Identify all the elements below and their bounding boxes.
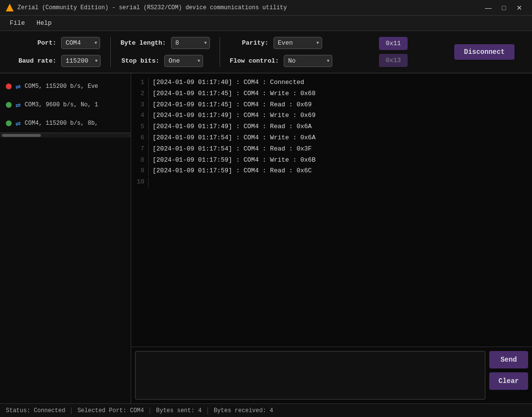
main-content: ⇌ COM5, 115200 b/s, Eve ⇌ COM3, 9600 b/s…: [0, 73, 532, 403]
flow-control-select[interactable]: No XON/XOFF RTS/CTS: [284, 55, 332, 67]
baud-select[interactable]: 115200 9600 19200 38400 57600: [61, 55, 101, 67]
line-number: 10: [135, 177, 149, 187]
device-icon-3: ⇌: [16, 118, 21, 129]
log-line: 10: [131, 177, 532, 188]
parity-section: Parity: Even None Odd Flow control: No X…: [220, 37, 524, 67]
device-label-1: COM5, 115200 b/s, Eve: [25, 83, 98, 90]
log-line: 5[2024-01-09 01:17:49] : COM4 : Read : 0…: [131, 121, 532, 133]
line-number: 6: [135, 133, 149, 143]
app-icon: [6, 4, 14, 12]
flow-control-label: Flow control:: [230, 57, 279, 65]
line-number: 4: [135, 111, 149, 121]
selected-port: Selected Port: COM4: [71, 407, 150, 414]
byte-length-row: Byte length: 8 5 6 7: [120, 37, 210, 49]
line-number: 3: [135, 100, 149, 110]
byte-section: Byte length: 8 5 6 7 Stop bits: One Two: [111, 37, 220, 67]
device-label-3: COM4, 115200 b/s, 8b,: [25, 120, 98, 127]
baud-label: Baud rate:: [17, 57, 56, 65]
close-button[interactable]: ✕: [513, 2, 526, 13]
sidebar: ⇌ COM5, 115200 b/s, Eve ⇌ COM3, 9600 b/s…: [0, 73, 131, 403]
line-number: 5: [135, 122, 149, 132]
line-number: 2: [135, 89, 149, 99]
status-bar: Status: Connected Selected Port: COM4 By…: [0, 403, 532, 417]
config-panel: Port: COM4 COM1 COM2 COM3 COM5 Baud rate…: [0, 31, 532, 73]
clear-button[interactable]: Clear: [489, 372, 528, 390]
stop-bits-select-wrapper[interactable]: One Two: [164, 55, 203, 67]
input-area: Send Clear: [131, 347, 532, 403]
menu-file[interactable]: File: [4, 17, 31, 29]
byte-length-select-wrapper[interactable]: 8 5 6 7: [171, 37, 210, 49]
minimize-button[interactable]: —: [481, 2, 495, 13]
log-line: 8[2024-01-09 01:17:59] : COM4 : Write : …: [131, 155, 532, 166]
send-input[interactable]: [135, 351, 485, 400]
port-select[interactable]: COM4 COM1 COM2 COM3 COM5: [61, 37, 100, 49]
stop-bits-row: Stop bits: One Two: [120, 55, 210, 67]
window-title: Zerial (Community Edition) - serial (RS2…: [17, 4, 287, 11]
line-number: 1: [135, 78, 149, 88]
hex2-button[interactable]: 0x13: [379, 54, 408, 67]
send-button[interactable]: Send: [489, 351, 528, 368]
device-item-1[interactable]: ⇌ COM5, 115200 b/s, Eve: [0, 77, 131, 96]
log-line: 3[2024-01-09 01:17:45] : COM4 : Read : 0…: [131, 100, 532, 111]
maximize-button[interactable]: □: [497, 2, 511, 13]
window-controls: — □ ✕: [481, 2, 526, 13]
parity-select-wrapper[interactable]: Even None Odd: [274, 37, 322, 49]
line-text: [2024-01-09 01:17:54] : COM4 : Write : 0…: [153, 133, 315, 143]
device-icon-1: ⇌: [16, 81, 21, 92]
baud-row: Baud rate: 115200 9600 19200 38400 57600: [17, 55, 101, 67]
stop-bits-label: Stop bits:: [120, 57, 159, 65]
sidebar-scrollbar[interactable]: [0, 133, 131, 137]
bytes-received: Bytes received: 4: [208, 407, 279, 414]
line-number: 7: [135, 144, 149, 154]
log-line: 2[2024-01-09 01:17:45] : COM4 : Write : …: [131, 88, 532, 100]
line-text: [2024-01-09 01:17:59] : COM4 : Write : 0…: [153, 155, 315, 166]
stop-bits-select[interactable]: One Two: [164, 55, 203, 67]
status-connected: Status: Connected: [6, 407, 71, 414]
log-line: 9[2024-01-09 01:17:59] : COM4 : Read : 0…: [131, 166, 532, 177]
flow-control-row: Flow control: No XON/XOFF RTS/CTS: [230, 55, 332, 67]
parity-label: Parity:: [230, 39, 269, 47]
status-dot-green-2: [6, 120, 12, 126]
line-number: 9: [135, 166, 149, 176]
log-line: 7[2024-01-09 01:17:54] : COM4 : Read : 0…: [131, 144, 532, 155]
status-dot-green-1: [6, 102, 12, 108]
menu-bar: File Help: [0, 16, 532, 31]
line-text: [2024-01-09 01:17:59] : COM4 : Read : 0x…: [153, 166, 312, 176]
device-label-2: COM3, 9600 b/s, No, 1: [25, 101, 98, 108]
sidebar-scroll-thumb: [2, 134, 41, 137]
status-dot-red: [6, 83, 12, 89]
device-icon-2: ⇌: [16, 100, 21, 110]
parity-select[interactable]: Even None Odd: [274, 37, 322, 49]
line-text: [2024-01-09 01:17:49] : COM4 : Write : 0…: [153, 111, 315, 121]
flow-control-select-wrapper[interactable]: No XON/XOFF RTS/CTS: [284, 55, 332, 67]
input-buttons: Send Clear: [489, 351, 528, 400]
port-row: Port: COM4 COM1 COM2 COM3 COM5: [17, 37, 101, 49]
port-section: Port: COM4 COM1 COM2 COM3 COM5 Baud rate…: [8, 37, 111, 67]
hex-buttons: 0x11 0x13: [379, 37, 408, 67]
title-bar-left: Zerial (Community Edition) - serial (RS2…: [6, 4, 287, 12]
parity-row: Parity: Even None Odd: [230, 37, 332, 49]
line-text: [2024-01-09 01:17:45] : COM4 : Write : 0…: [153, 89, 315, 99]
line-number: 8: [135, 155, 149, 166]
title-bar: Zerial (Community Edition) - serial (RS2…: [0, 0, 532, 16]
log-area: 1[2024-01-09 01:17:40] : COM4 : Connecte…: [131, 73, 532, 403]
disconnect-button[interactable]: Disconnect: [454, 44, 515, 60]
device-item-3[interactable]: ⇌ COM4, 115200 b/s, 8b,: [0, 114, 131, 133]
baud-select-wrapper[interactable]: 115200 9600 19200 38400 57600: [61, 55, 101, 67]
byte-length-select[interactable]: 8 5 6 7: [171, 37, 210, 49]
device-item-2[interactable]: ⇌ COM3, 9600 b/s, No, 1: [0, 96, 131, 114]
line-text: [2024-01-09 01:17:49] : COM4 : Read : 0x…: [153, 122, 312, 132]
line-text: [2024-01-09 01:17:54] : COM4 : Read : 0x…: [153, 144, 312, 154]
log-output[interactable]: 1[2024-01-09 01:17:40] : COM4 : Connecte…: [131, 73, 532, 347]
line-text: [2024-01-09 01:17:40] : COM4 : Connected: [153, 78, 304, 88]
log-line: 6[2024-01-09 01:17:54] : COM4 : Write : …: [131, 133, 532, 144]
log-line: 1[2024-01-09 01:17:40] : COM4 : Connecte…: [131, 77, 532, 88]
port-label: Port:: [17, 39, 56, 47]
hex1-button[interactable]: 0x11: [379, 37, 408, 50]
bytes-sent: Bytes sent: 4: [150, 407, 208, 414]
line-text: [2024-01-09 01:17:45] : COM4 : Read : 0x…: [153, 100, 312, 110]
port-select-wrapper[interactable]: COM4 COM1 COM2 COM3 COM5: [61, 37, 100, 49]
byte-length-label: Byte length:: [120, 39, 166, 47]
log-line: 4[2024-01-09 01:17:49] : COM4 : Write : …: [131, 110, 532, 121]
menu-help[interactable]: Help: [31, 17, 57, 29]
